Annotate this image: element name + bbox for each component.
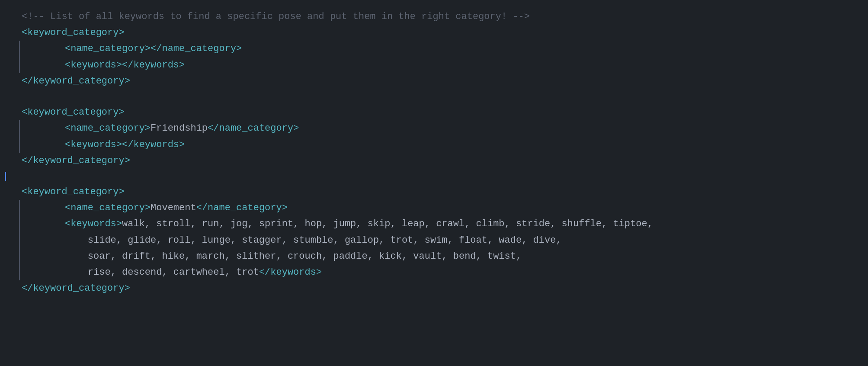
block3-open-tag: <keyword_category> [0,184,868,200]
block2-open-tag: <keyword_category> [0,104,868,120]
empty-line-2 [0,169,868,184]
block1-keywords: <keywords></keywords> [0,57,868,73]
block3-close-tag: </keyword_category> [0,280,868,296]
block1-open-tag: <keyword_category> [0,25,868,41]
code-editor: <!-- List of all keywords to find a spec… [0,0,868,366]
xml-block-1: <keyword_category> <name_category></name… [0,25,868,89]
block3-keywords-line1: <keywords>walk, stroll, run, jog, sprint… [0,216,868,232]
block3-keywords-line3: soar, drift, hike, march, slither, crouc… [0,248,868,264]
block3-keywords-line2: slide, glide, roll, lunge, stagger, stum… [0,232,868,248]
block2-keywords: <keywords></keywords> [0,137,868,153]
block1-name-category: <name_category></name_category> [0,41,868,57]
comment-line: <!-- List of all keywords to find a spec… [0,9,868,25]
block2-close-tag: </keyword_category> [0,153,868,169]
block3-keywords-line4: rise, descend, cartwheel, trot</keywords… [0,264,868,280]
block1-close-tag: </keyword_category> [0,73,868,89]
empty-line-1 [0,89,868,104]
block2-name-category: <name_category>Friendship</name_category… [0,120,868,136]
block3-name-category: <name_category>Movement</name_category> [0,200,868,216]
xml-block-2: <keyword_category> <name_category>Friend… [0,104,868,169]
comment-text: <!-- List of all keywords to find a spec… [22,9,530,24]
xml-block-3: <keyword_category> <name_category>Moveme… [0,184,868,296]
